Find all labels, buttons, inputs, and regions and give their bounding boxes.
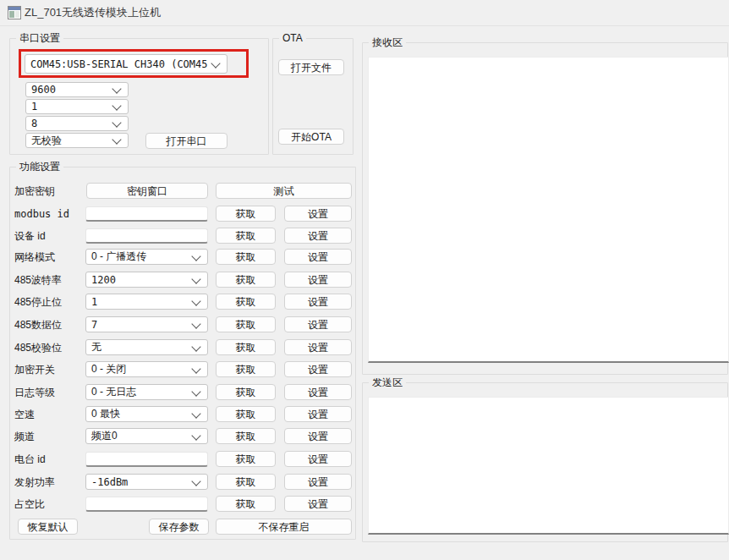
485-parity-select[interactable]: 无 bbox=[85, 339, 208, 355]
set-button[interactable]: 设置 bbox=[284, 228, 352, 244]
serial-settings-group-title: 串口设置 bbox=[16, 32, 63, 45]
get-button[interactable]: 获取 bbox=[216, 384, 276, 400]
parity-selected-value: 无校验 bbox=[31, 134, 109, 147]
radio-id-input[interactable] bbox=[85, 452, 208, 467]
function-settings-group-title: 功能设置 bbox=[16, 161, 63, 173]
field-label: 485数据位 bbox=[14, 316, 62, 333]
get-button[interactable]: 获取 bbox=[216, 339, 276, 355]
chevron-down-icon bbox=[191, 431, 200, 440]
set-button[interactable]: 设置 bbox=[284, 474, 352, 490]
chevron-down-icon bbox=[191, 387, 200, 396]
chevron-down-icon bbox=[112, 118, 121, 127]
field-label: 加密密钥 bbox=[14, 183, 55, 200]
field-label: 加密开关 bbox=[14, 361, 55, 378]
485-baud-select[interactable]: 1200 bbox=[85, 272, 208, 288]
send-area-group: 发送区 bbox=[362, 382, 728, 542]
field-label: 电台 id bbox=[14, 451, 46, 468]
get-button[interactable]: 获取 bbox=[216, 428, 276, 444]
selected-value: 频道0 bbox=[91, 429, 189, 443]
field-label: 频道 bbox=[14, 428, 35, 445]
func-row-485-data-bits: 485数据位 7 获取 设置 bbox=[10, 316, 357, 333]
set-button[interactable]: 设置 bbox=[284, 451, 352, 467]
485-data-bits-select[interactable]: 7 bbox=[85, 316, 208, 332]
restart-without-save-button[interactable]: 不保存重启 bbox=[216, 519, 352, 535]
field-label: 日志等级 bbox=[14, 384, 55, 401]
field-label: 发射功率 bbox=[14, 474, 55, 491]
get-button[interactable]: 获取 bbox=[216, 249, 276, 265]
field-label: 空速 bbox=[14, 406, 35, 423]
encryption-key-row: 加密密钥 密钥窗口 测试 bbox=[10, 183, 357, 200]
func-row-network-mode: 网络模式 0 - 广播透传 获取 设置 bbox=[10, 249, 357, 266]
open-file-button[interactable]: 打开文件 bbox=[278, 59, 344, 75]
set-button[interactable]: 设置 bbox=[284, 316, 352, 332]
get-button[interactable]: 获取 bbox=[216, 451, 276, 467]
set-button[interactable]: 设置 bbox=[284, 406, 352, 422]
device-id-input[interactable] bbox=[85, 228, 208, 244]
set-button[interactable]: 设置 bbox=[284, 339, 352, 355]
key-window-button[interactable]: 密钥窗口 bbox=[86, 183, 208, 199]
log-level-select[interactable]: 0 - 无日志 bbox=[85, 384, 208, 400]
com-port-select[interactable]: COM45:USB-SERIAL CH340 (COM45) bbox=[25, 54, 227, 74]
set-button[interactable]: 设置 bbox=[284, 272, 352, 288]
send-textarea[interactable] bbox=[368, 397, 729, 535]
receive-area-group: 接收区 bbox=[362, 42, 728, 375]
get-button[interactable]: 获取 bbox=[216, 474, 276, 490]
network-mode-select[interactable]: 0 - 广播透传 bbox=[85, 249, 208, 265]
save-params-button[interactable]: 保存参数 bbox=[149, 519, 209, 535]
func-row-485-baud: 485波特率 1200 获取 设置 bbox=[10, 272, 357, 288]
channel-select[interactable]: 频道0 bbox=[85, 428, 208, 444]
baud-rate-select[interactable]: 9600 bbox=[25, 82, 129, 97]
chevron-down-icon bbox=[191, 364, 200, 373]
receive-textarea[interactable] bbox=[368, 57, 729, 363]
get-button[interactable]: 获取 bbox=[216, 406, 276, 422]
set-button[interactable]: 设置 bbox=[284, 496, 352, 512]
receive-area-group-title: 接收区 bbox=[369, 36, 406, 49]
set-button[interactable]: 设置 bbox=[284, 249, 352, 265]
selected-value: 0 最快 bbox=[91, 407, 189, 421]
set-button[interactable]: 设置 bbox=[284, 428, 352, 444]
set-button[interactable]: 设置 bbox=[284, 206, 352, 222]
func-footer-row: 恢复默认 保存参数 不保存重启 bbox=[10, 519, 357, 535]
selected-value: 0 - 关闭 bbox=[91, 362, 189, 376]
get-button[interactable]: 获取 bbox=[216, 206, 276, 222]
modbus-id-input[interactable] bbox=[85, 206, 208, 222]
func-row-tx-power: 发射功率 -16dBm 获取 设置 bbox=[10, 474, 357, 491]
tx-power-select[interactable]: -16dBm bbox=[85, 474, 208, 490]
field-label: 网络模式 bbox=[14, 249, 55, 266]
selected-value: 无 bbox=[91, 340, 189, 354]
get-button[interactable]: 获取 bbox=[216, 361, 276, 377]
get-button[interactable]: 获取 bbox=[216, 228, 276, 244]
chevron-down-icon bbox=[191, 409, 200, 418]
set-button[interactable]: 设置 bbox=[284, 361, 352, 377]
get-button[interactable]: 获取 bbox=[216, 294, 276, 310]
restore-defaults-button[interactable]: 恢复默认 bbox=[18, 519, 78, 535]
func-row-modbus-id: modbus id 获取 设置 bbox=[10, 206, 357, 222]
app-icon bbox=[8, 6, 21, 19]
set-button[interactable]: 设置 bbox=[284, 294, 352, 310]
func-row-duty-cycle: 占空比 获取 设置 bbox=[10, 496, 357, 513]
chevron-down-icon bbox=[191, 274, 200, 283]
chevron-down-icon bbox=[112, 101, 121, 110]
set-button[interactable]: 设置 bbox=[284, 384, 352, 400]
selected-value: 0 - 广播透传 bbox=[91, 250, 189, 264]
chevron-down-icon bbox=[112, 84, 121, 93]
duty-cycle-input[interactable] bbox=[85, 497, 208, 512]
air-speed-select[interactable]: 0 最快 bbox=[85, 406, 208, 422]
get-button[interactable]: 获取 bbox=[216, 496, 276, 512]
start-ota-button[interactable]: 开始OTA bbox=[278, 129, 344, 145]
send-area-group-title: 发送区 bbox=[369, 376, 406, 389]
stop-bits-select[interactable]: 1 bbox=[25, 99, 129, 114]
field-label: 485波特率 bbox=[14, 272, 62, 288]
test-button[interactable]: 测试 bbox=[216, 183, 352, 199]
get-button[interactable]: 获取 bbox=[216, 272, 276, 288]
field-label: 485校验位 bbox=[14, 339, 62, 356]
data-bits-select[interactable]: 8 bbox=[25, 116, 129, 131]
get-button[interactable]: 获取 bbox=[216, 316, 276, 332]
function-settings-group: 功能设置 加密密钥 密钥窗口 测试 modbus id 获取 设置 设备 id … bbox=[9, 167, 356, 540]
field-label: 485停止位 bbox=[14, 294, 62, 310]
parity-select[interactable]: 无校验 bbox=[25, 133, 129, 148]
open-serial-port-button[interactable]: 打开串口 bbox=[145, 133, 227, 149]
485-stop-bits-select[interactable]: 1 bbox=[85, 294, 208, 310]
selected-value: 7 bbox=[91, 317, 189, 332]
encryption-switch-select[interactable]: 0 - 关闭 bbox=[85, 361, 208, 377]
